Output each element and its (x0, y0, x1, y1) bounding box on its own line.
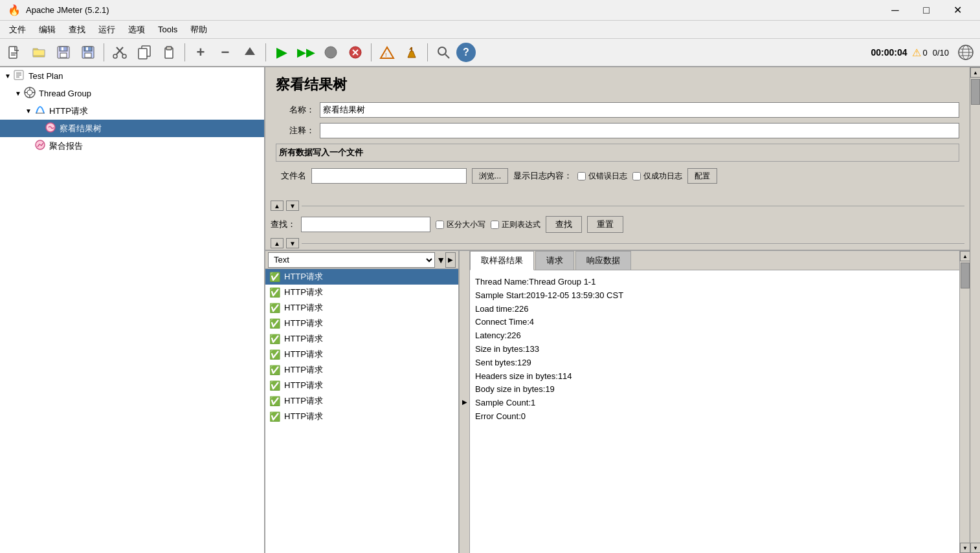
window-controls[interactable]: ─ □ ✕ (880, 0, 972, 21)
success-only-checkbox[interactable] (632, 172, 641, 180)
open-button[interactable] (27, 41, 50, 64)
warning-count: 0 (922, 48, 927, 58)
comment-input[interactable] (320, 123, 959, 138)
elapsed-time: 00:00:04 (871, 47, 907, 58)
cut-button[interactable] (108, 41, 131, 64)
save-button[interactable] (76, 41, 100, 64)
reset-btn[interactable]: 重置 (587, 216, 623, 233)
scroll-down[interactable]: ▼ (960, 543, 970, 553)
save-template-button[interactable] (52, 41, 75, 64)
search-button[interactable] (432, 41, 455, 64)
tab-sampler-result[interactable]: 取样器结果 (470, 251, 534, 270)
tree-item-aggregate[interactable]: 聚合报告 (0, 137, 264, 155)
add-button[interactable]: + (189, 41, 212, 64)
tree-item-view-result[interactable]: 察看结果树 (0, 120, 264, 137)
list-item-4[interactable]: ✅ HTTP请求 (265, 331, 458, 347)
new-button[interactable] (3, 41, 26, 64)
tree-item-http-request[interactable]: ▼ HTTP请求 (0, 102, 264, 120)
list-item-label-0: HTTP请求 (284, 271, 323, 283)
list-item-2[interactable]: ✅ HTTP请求 (265, 300, 458, 316)
menu-run[interactable]: 运行 (92, 21, 122, 38)
list-item-8[interactable]: ✅ HTTP请求 (265, 393, 458, 409)
file-input[interactable] (311, 168, 467, 184)
success-icon-8: ✅ (269, 396, 280, 406)
browse-button[interactable]: 浏览... (472, 168, 508, 184)
svg-rect-18 (166, 47, 172, 50)
regex-checkbox-label[interactable]: 正则表达式 (491, 219, 540, 230)
copy-button[interactable] (133, 41, 156, 64)
divider-up-btn-2[interactable]: ▲ (271, 238, 284, 248)
divider-up-btn-1[interactable]: ▲ (271, 201, 284, 211)
detail-panel: 取样器结果 请求 响应数据 Thread Name:Thread Group 1… (470, 251, 959, 553)
tree-item-thread-group[interactable]: ▼ Thread Group (0, 85, 264, 102)
list-item-7[interactable]: ✅ HTTP请求 (265, 378, 458, 393)
list-item-0[interactable]: ✅ HTTP请求 (265, 269, 458, 285)
warning-icon: ⚠ (912, 47, 921, 59)
menu-file[interactable]: 文件 (3, 21, 32, 38)
stop-button[interactable] (319, 41, 342, 64)
tabs-bar: 取样器结果 请求 响应数据 (470, 251, 959, 270)
tab-response-data[interactable]: 响应数据 (575, 251, 631, 270)
format-dropdown[interactable]: Text RegExp Tester CSS/JQuery Tester XPa… (268, 252, 435, 268)
error-only-checkbox[interactable] (577, 172, 586, 180)
success-only-checkbox-label[interactable]: 仅成功日志 (632, 171, 682, 182)
main-scroll-track[interactable] (970, 78, 980, 543)
case-checkbox-label[interactable]: 区分大小写 (436, 219, 485, 230)
paste-button[interactable] (157, 41, 181, 64)
search-input[interactable] (301, 217, 430, 232)
error-only-checkbox-label[interactable]: 仅错误日志 (577, 171, 627, 182)
test-plan-icon (13, 69, 26, 83)
menu-help[interactable]: 帮助 (184, 21, 214, 38)
close-button[interactable]: ✕ (942, 0, 972, 21)
list-right-arrow[interactable]: ▶ (445, 252, 456, 268)
broom-button[interactable] (400, 41, 423, 64)
panel-expand-btn[interactable]: ▶ (460, 251, 470, 553)
search-row: 查找： 区分大小写 正则表达式 查找 重置 (265, 212, 970, 237)
regex-checkbox[interactable] (491, 221, 499, 229)
list-item-9[interactable]: ✅ HTTP请求 (265, 409, 458, 424)
list-item-1[interactable]: ✅ HTTP请求 (265, 285, 458, 300)
jmx-button[interactable]: ! (375, 41, 399, 64)
list-item-5[interactable]: ✅ HTTP请求 (265, 347, 458, 362)
globe-button[interactable] (954, 41, 977, 64)
tab-request[interactable]: 请求 (535, 251, 574, 270)
main-scroll-down[interactable]: ▼ (970, 543, 980, 553)
stop-now-button[interactable] (344, 41, 367, 64)
list-item-6[interactable]: ✅ HTTP请求 (265, 362, 458, 378)
remove-button[interactable]: − (214, 41, 237, 64)
list-item-3[interactable]: ✅ HTTP请求 (265, 316, 458, 331)
detail-line-7: Headers size in bytes:114 (475, 370, 954, 384)
main-scroll-thumb[interactable] (971, 79, 980, 105)
menu-options[interactable]: 选项 (122, 21, 151, 38)
config-button[interactable]: 配置 (687, 168, 717, 184)
move-up-button[interactable] (238, 41, 262, 64)
main-scroll-up[interactable]: ▲ (970, 67, 980, 78)
dropdown-arrow[interactable]: ▼ (436, 255, 445, 265)
divider-down-btn-2[interactable]: ▼ (286, 238, 299, 248)
success-icon-5: ✅ (269, 349, 280, 360)
run-button[interactable]: ▶ (270, 41, 293, 64)
log-display-label: 显示日志内容： (513, 170, 572, 182)
maximize-button[interactable]: □ (911, 0, 941, 21)
svg-rect-6 (61, 47, 63, 50)
scroll-track[interactable] (960, 261, 970, 543)
toolbar: + − ▶ ▶▶ ! (0, 39, 980, 67)
success-icon-7: ✅ (269, 380, 280, 391)
tree-item-test-plan[interactable]: ▼ Test Plan (0, 67, 264, 85)
search-btn[interactable]: 查找 (546, 216, 582, 233)
thread-group-icon (23, 87, 36, 100)
name-input[interactable] (320, 102, 959, 118)
help-button[interactable]: ? (456, 43, 476, 62)
menubar: 文件 编辑 查找 运行 选项 Tools 帮助 (0, 21, 980, 39)
divider-down-btn-1[interactable]: ▼ (286, 201, 299, 211)
tree-arrow: ▼ (23, 107, 34, 114)
menu-find[interactable]: 查找 (62, 21, 92, 38)
scroll-thumb[interactable] (961, 263, 970, 288)
svg-point-13 (113, 54, 117, 58)
run-no-pause-button[interactable]: ▶▶ (295, 41, 318, 64)
menu-tools[interactable]: Tools (151, 22, 184, 37)
minimize-button[interactable]: ─ (880, 0, 910, 21)
menu-edit[interactable]: 编辑 (32, 21, 62, 38)
scroll-up[interactable]: ▲ (960, 251, 970, 261)
case-checkbox[interactable] (436, 221, 444, 229)
